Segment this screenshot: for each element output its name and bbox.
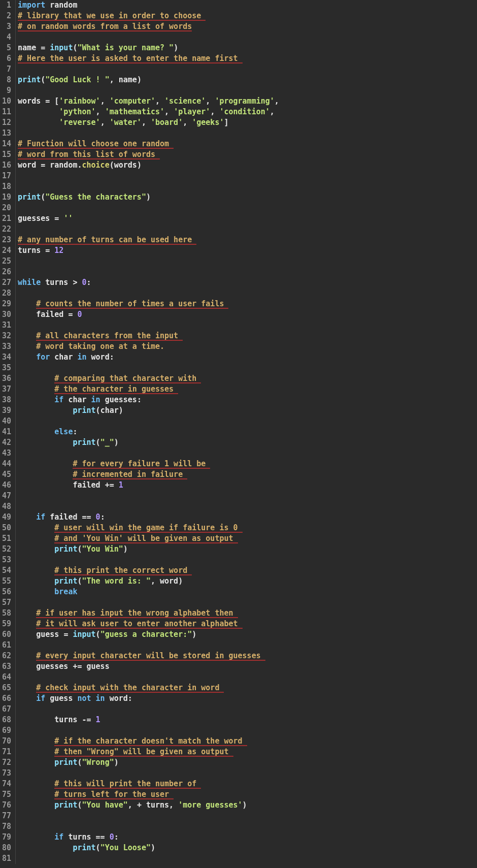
code-line[interactable] <box>18 501 279 512</box>
code-line[interactable]: # turns left for the user <box>18 789 279 800</box>
code-line[interactable] <box>18 448 279 459</box>
code-line[interactable]: # this will print the number of <box>18 779 279 789</box>
code-line[interactable]: # if user has input the wrong alphabet t… <box>18 608 279 619</box>
code-line[interactable] <box>18 768 279 779</box>
code-line[interactable]: print("You Win") <box>18 544 279 555</box>
code-line[interactable]: # on random words from a list of words <box>18 21 279 32</box>
code-line[interactable]: name = input("What is your name? ") <box>18 43 279 53</box>
code-line[interactable]: # the character in guesses <box>18 384 279 395</box>
code-line[interactable]: turns = 12 <box>18 245 279 256</box>
code-line[interactable]: if turns == 0: <box>18 832 279 843</box>
code-line[interactable] <box>18 416 279 427</box>
code-line[interactable] <box>18 725 279 736</box>
code-line[interactable] <box>18 491 279 501</box>
code-editor[interactable]: 1234567891011121314151617181920212223242… <box>0 0 477 868</box>
code-line[interactable] <box>18 821 279 832</box>
code-line[interactable]: # it will ask user to enter another alph… <box>18 619 279 629</box>
code-line[interactable]: # Function will choose one random <box>18 139 279 149</box>
code-line[interactable]: words = ['rainbow', 'computer', 'science… <box>18 96 279 107</box>
code-line[interactable]: print("You Loose") <box>18 843 279 853</box>
code-line[interactable]: print("Guess the characters") <box>18 192 279 203</box>
code-token: ) <box>114 758 119 767</box>
code-token: guess <box>45 694 77 703</box>
code-line[interactable]: # word taking one at a time. <box>18 341 279 352</box>
code-line[interactable]: # check input with the character in word <box>18 683 279 693</box>
code-line[interactable] <box>18 203 279 213</box>
code-line[interactable]: # all characters from the input <box>18 331 279 341</box>
code-line[interactable]: failed += 1 <box>18 480 279 491</box>
code-line[interactable] <box>18 128 279 139</box>
code-line[interactable]: # Here the user is asked to enter the na… <box>18 53 279 64</box>
code-line[interactable]: # if the character doesn't match the wor… <box>18 736 279 747</box>
code-line[interactable]: # then "Wrong" will be given as output <box>18 747 279 757</box>
code-line[interactable]: # and 'You Win' will be given as output <box>18 533 279 544</box>
code-line[interactable]: # word from this list of words <box>18 149 279 160</box>
code-line[interactable] <box>18 224 279 235</box>
code-line[interactable] <box>18 640 279 651</box>
code-line[interactable] <box>18 555 279 565</box>
code-line[interactable] <box>18 672 279 683</box>
code-line[interactable] <box>18 597 279 608</box>
code-token: # it will ask user to enter another alph… <box>36 619 242 628</box>
code-line[interactable]: # for every failure 1 will be <box>18 459 279 469</box>
code-line[interactable] <box>18 171 279 181</box>
code-token: input <box>50 43 73 52</box>
code-token: char <box>63 395 91 404</box>
code-line[interactable]: print("_") <box>18 437 279 448</box>
code-line[interactable] <box>18 288 279 299</box>
code-line[interactable]: # every input character will be stored i… <box>18 651 279 661</box>
code-line[interactable]: guess = input("guess a character:") <box>18 629 279 640</box>
code-line[interactable] <box>18 181 279 192</box>
code-line[interactable]: break <box>18 587 279 597</box>
code-line[interactable]: guesses += guess <box>18 661 279 672</box>
code-line[interactable]: if failed == 0: <box>18 512 279 523</box>
code-line[interactable]: print("The word is: ", word) <box>18 576 279 587</box>
code-line[interactable]: # comparing that character with <box>18 373 279 384</box>
code-line[interactable]: print("Good Luck ! ", name) <box>18 75 279 85</box>
code-token: 'science' <box>164 97 206 106</box>
code-line[interactable]: for char in word: <box>18 352 279 363</box>
code-line[interactable]: 'reverse', 'water', 'board', 'geeks'] <box>18 117 279 128</box>
code-token: not <box>77 694 91 703</box>
code-line[interactable] <box>18 811 279 821</box>
code-token: 12 <box>54 246 63 255</box>
code-token: = <box>41 160 50 170</box>
code-line[interactable] <box>18 853 279 864</box>
code-line[interactable]: else: <box>18 427 279 437</box>
code-line[interactable]: 'python', 'mathematics', 'player', 'cond… <box>18 107 279 117</box>
code-token: : <box>128 694 132 703</box>
code-line[interactable]: # counts the number of times a user fail… <box>18 299 279 309</box>
code-line[interactable]: word = random.choice(words) <box>18 160 279 171</box>
code-line[interactable]: print(char) <box>18 405 279 416</box>
code-line[interactable] <box>18 704 279 715</box>
code-token: : <box>114 832 119 842</box>
code-line[interactable]: # incremented in failure <box>18 469 279 480</box>
code-token: , <box>270 107 275 116</box>
code-line[interactable]: # library that we use in order to choose <box>18 11 279 21</box>
code-line[interactable] <box>18 256 279 267</box>
line-number: 3 <box>2 21 12 32</box>
code-line[interactable]: print("Wrong") <box>18 757 279 768</box>
code-line[interactable] <box>18 64 279 75</box>
code-line[interactable] <box>18 267 279 277</box>
code-line[interactable]: import random <box>18 0 279 11</box>
code-line[interactable]: guesses = '' <box>18 213 279 224</box>
code-line[interactable]: # this print the correct word <box>18 565 279 576</box>
code-line[interactable]: while turns > 0: <box>18 277 279 288</box>
code-line[interactable] <box>18 363 279 373</box>
code-line[interactable]: # any number of turns can be used here <box>18 235 279 245</box>
code-line[interactable]: if guess not in word: <box>18 693 279 704</box>
code-token: word <box>105 694 128 703</box>
code-token <box>18 683 36 692</box>
code-line[interactable]: turns -= 1 <box>18 715 279 725</box>
code-line[interactable]: if char in guesses: <box>18 395 279 405</box>
code-line[interactable]: # user will win the game if failure is 0 <box>18 523 279 533</box>
code-line[interactable]: failed = 0 <box>18 309 279 320</box>
line-number: 62 <box>2 651 12 661</box>
code-line[interactable]: print("You have", + turns, 'more guesses… <box>18 800 279 811</box>
code-line[interactable] <box>18 320 279 331</box>
code-line[interactable] <box>18 32 279 43</box>
code-line[interactable] <box>18 85 279 96</box>
code-area[interactable]: import random# library that we use in or… <box>16 0 279 864</box>
code-token: failed <box>18 480 105 490</box>
